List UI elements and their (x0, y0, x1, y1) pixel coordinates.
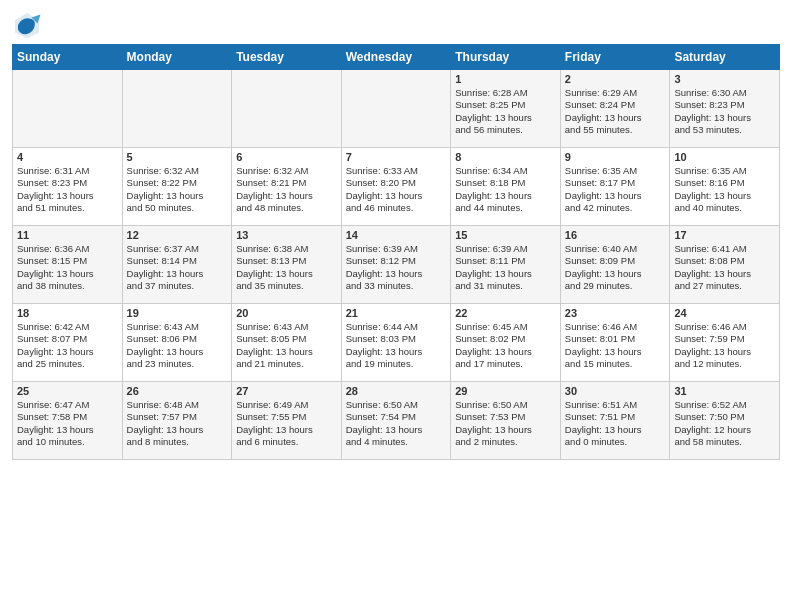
logo (12, 10, 46, 40)
calendar-week-row: 18Sunrise: 6:42 AMSunset: 8:07 PMDayligh… (13, 304, 780, 382)
calendar-cell (232, 70, 342, 148)
weekday-header: Monday (122, 45, 232, 70)
logo-icon (12, 10, 42, 40)
day-info: Sunrise: 6:47 AM (17, 399, 118, 411)
day-info: Daylight: 13 hours (346, 268, 447, 280)
calendar-cell: 19Sunrise: 6:43 AMSunset: 8:06 PMDayligh… (122, 304, 232, 382)
day-info: Sunrise: 6:39 AM (346, 243, 447, 255)
day-info: Sunrise: 6:36 AM (17, 243, 118, 255)
day-info: Daylight: 13 hours (455, 424, 556, 436)
day-info: Sunset: 8:22 PM (127, 177, 228, 189)
day-info: Sunset: 8:23 PM (674, 99, 775, 111)
day-info: Sunset: 8:13 PM (236, 255, 337, 267)
day-number: 20 (236, 307, 337, 319)
calendar-cell: 7Sunrise: 6:33 AMSunset: 8:20 PMDaylight… (341, 148, 451, 226)
day-number: 19 (127, 307, 228, 319)
day-number: 29 (455, 385, 556, 397)
day-info: Daylight: 13 hours (674, 268, 775, 280)
day-number: 11 (17, 229, 118, 241)
calendar-cell (13, 70, 123, 148)
day-info: Sunrise: 6:44 AM (346, 321, 447, 333)
calendar-cell: 3Sunrise: 6:30 AMSunset: 8:23 PMDaylight… (670, 70, 780, 148)
calendar-cell: 8Sunrise: 6:34 AMSunset: 8:18 PMDaylight… (451, 148, 561, 226)
day-info: Daylight: 13 hours (455, 268, 556, 280)
day-info: and 58 minutes. (674, 436, 775, 448)
day-info: and 44 minutes. (455, 202, 556, 214)
day-info: and 25 minutes. (17, 358, 118, 370)
day-number: 13 (236, 229, 337, 241)
day-info: and 29 minutes. (565, 280, 666, 292)
day-info: Sunrise: 6:43 AM (236, 321, 337, 333)
day-info: Sunrise: 6:37 AM (127, 243, 228, 255)
day-info: and 38 minutes. (17, 280, 118, 292)
calendar-cell: 25Sunrise: 6:47 AMSunset: 7:58 PMDayligh… (13, 382, 123, 460)
day-info: Sunset: 7:59 PM (674, 333, 775, 345)
day-info: Daylight: 13 hours (565, 190, 666, 202)
day-info: and 51 minutes. (17, 202, 118, 214)
calendar-cell: 30Sunrise: 6:51 AMSunset: 7:51 PMDayligh… (560, 382, 670, 460)
day-info: Daylight: 13 hours (236, 424, 337, 436)
day-info: Sunset: 7:51 PM (565, 411, 666, 423)
calendar-cell: 29Sunrise: 6:50 AMSunset: 7:53 PMDayligh… (451, 382, 561, 460)
day-info: Daylight: 13 hours (236, 190, 337, 202)
day-info: Sunset: 8:16 PM (674, 177, 775, 189)
day-info: Sunrise: 6:51 AM (565, 399, 666, 411)
day-info: Daylight: 13 hours (236, 346, 337, 358)
day-info: Daylight: 13 hours (455, 190, 556, 202)
calendar-cell: 20Sunrise: 6:43 AMSunset: 8:05 PMDayligh… (232, 304, 342, 382)
day-info: and 48 minutes. (236, 202, 337, 214)
day-info: Sunset: 8:02 PM (455, 333, 556, 345)
calendar-cell: 18Sunrise: 6:42 AMSunset: 8:07 PMDayligh… (13, 304, 123, 382)
day-info: Daylight: 13 hours (127, 346, 228, 358)
day-info: and 2 minutes. (455, 436, 556, 448)
day-info: Daylight: 13 hours (17, 268, 118, 280)
day-info: Sunset: 8:17 PM (565, 177, 666, 189)
day-info: Sunrise: 6:30 AM (674, 87, 775, 99)
day-info: and 12 minutes. (674, 358, 775, 370)
day-info: Sunset: 8:24 PM (565, 99, 666, 111)
day-info: Sunset: 7:58 PM (17, 411, 118, 423)
day-info: Daylight: 13 hours (565, 268, 666, 280)
day-number: 14 (346, 229, 447, 241)
day-number: 21 (346, 307, 447, 319)
calendar-week-row: 11Sunrise: 6:36 AMSunset: 8:15 PMDayligh… (13, 226, 780, 304)
calendar-week-row: 4Sunrise: 6:31 AMSunset: 8:23 PMDaylight… (13, 148, 780, 226)
day-info: Sunrise: 6:34 AM (455, 165, 556, 177)
day-info: Daylight: 13 hours (674, 190, 775, 202)
day-info: Sunrise: 6:33 AM (346, 165, 447, 177)
day-info: and 42 minutes. (565, 202, 666, 214)
calendar-cell: 22Sunrise: 6:45 AMSunset: 8:02 PMDayligh… (451, 304, 561, 382)
day-info: Daylight: 13 hours (565, 346, 666, 358)
weekday-header: Thursday (451, 45, 561, 70)
day-info: Sunrise: 6:39 AM (455, 243, 556, 255)
day-info: Sunset: 8:07 PM (17, 333, 118, 345)
day-info: Sunset: 8:09 PM (565, 255, 666, 267)
weekday-header: Wednesday (341, 45, 451, 70)
weekday-header: Saturday (670, 45, 780, 70)
calendar-week-row: 25Sunrise: 6:47 AMSunset: 7:58 PMDayligh… (13, 382, 780, 460)
day-info: and 40 minutes. (674, 202, 775, 214)
day-info: Daylight: 13 hours (17, 346, 118, 358)
day-info: and 33 minutes. (346, 280, 447, 292)
day-info: Sunset: 8:12 PM (346, 255, 447, 267)
calendar-cell: 1Sunrise: 6:28 AMSunset: 8:25 PMDaylight… (451, 70, 561, 148)
day-info: Sunset: 8:23 PM (17, 177, 118, 189)
day-info: Sunset: 7:53 PM (455, 411, 556, 423)
day-number: 4 (17, 151, 118, 163)
day-info: Daylight: 13 hours (346, 346, 447, 358)
day-info: Sunset: 8:25 PM (455, 99, 556, 111)
day-number: 6 (236, 151, 337, 163)
day-number: 7 (346, 151, 447, 163)
calendar-cell: 21Sunrise: 6:44 AMSunset: 8:03 PMDayligh… (341, 304, 451, 382)
day-number: 26 (127, 385, 228, 397)
calendar-cell: 31Sunrise: 6:52 AMSunset: 7:50 PMDayligh… (670, 382, 780, 460)
day-info: and 21 minutes. (236, 358, 337, 370)
weekday-header: Sunday (13, 45, 123, 70)
day-number: 23 (565, 307, 666, 319)
day-info: Sunset: 8:15 PM (17, 255, 118, 267)
day-number: 18 (17, 307, 118, 319)
day-info: Daylight: 13 hours (127, 190, 228, 202)
calendar-cell: 11Sunrise: 6:36 AMSunset: 8:15 PMDayligh… (13, 226, 123, 304)
day-info: Sunset: 8:18 PM (455, 177, 556, 189)
day-number: 12 (127, 229, 228, 241)
